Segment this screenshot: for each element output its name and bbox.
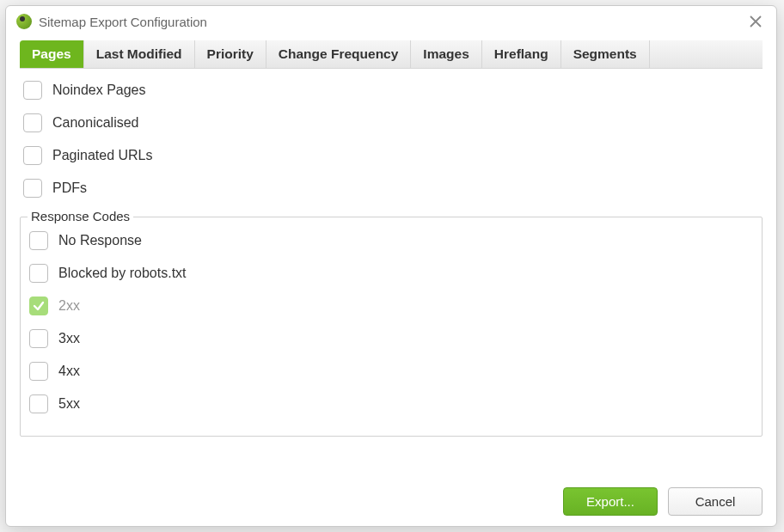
tabbar: PagesLast ModifiedPriorityChange Frequen…: [20, 40, 763, 69]
paginated-urls-checkbox[interactable]: [23, 146, 42, 165]
app-icon: [16, 14, 32, 29]
noindex-pages-row: Noindex Pages: [23, 81, 759, 100]
tab-hreflang[interactable]: Hreflang: [482, 40, 561, 68]
pdfs-label: PDFs: [52, 180, 87, 196]
tab-priority[interactable]: Priority: [195, 40, 266, 68]
tab-last-modified[interactable]: Last Modified: [84, 40, 195, 68]
canonicalised-label: Canonicalised: [52, 115, 139, 131]
pdfs-checkbox[interactable]: [23, 179, 42, 198]
sitemap-export-dialog: Sitemap Export Configuration PagesLast M…: [5, 5, 777, 527]
rc-3xx-row: 3xx: [29, 329, 753, 348]
rc-3xx-checkbox[interactable]: [29, 329, 48, 348]
rc-5xx-row: 5xx: [29, 394, 753, 413]
close-icon[interactable]: [745, 11, 766, 32]
rc-2xx-label: 2xx: [58, 298, 80, 314]
canonicalised-row: Canonicalised: [23, 113, 759, 132]
rc-4xx-label: 4xx: [58, 364, 80, 379]
titlebar: Sitemap Export Configuration: [6, 6, 776, 37]
cancel-button[interactable]: Cancel: [668, 487, 763, 516]
rc-no-response-label: No Response: [58, 233, 142, 248]
noindex-pages-checkbox[interactable]: [23, 81, 42, 100]
tab-pages[interactable]: Pages: [20, 40, 84, 68]
rc-4xx-checkbox[interactable]: [29, 362, 48, 381]
dialog-footer: Export... Cancel: [6, 477, 776, 526]
rc-5xx-label: 5xx: [58, 396, 80, 412]
paginated-urls-row: Paginated URLs: [23, 146, 759, 165]
rc-3xx-label: 3xx: [58, 331, 80, 346]
rc-no-response-row: No Response: [29, 231, 753, 250]
rc-5xx-checkbox[interactable]: [29, 394, 48, 413]
paginated-urls-label: Paginated URLs: [52, 148, 153, 163]
pages-options: Noindex PagesCanonicalisedPaginated URLs…: [20, 69, 763, 211]
rc-blocked-by-robots-txt-row: Blocked by robots.txt: [29, 264, 753, 283]
rc-2xx-checkbox: [29, 297, 48, 315]
response-codes-fieldset: Response Codes No ResponseBlocked by rob…: [20, 217, 763, 437]
canonicalised-checkbox[interactable]: [23, 113, 42, 132]
rc-4xx-row: 4xx: [29, 362, 753, 381]
response-codes-legend: Response Codes: [28, 209, 133, 223]
pdfs-row: PDFs: [23, 179, 759, 198]
tab-change-frequency[interactable]: Change Frequency: [266, 40, 412, 68]
noindex-pages-label: Noindex Pages: [52, 83, 146, 98]
tab-images[interactable]: Images: [411, 40, 481, 68]
export-button[interactable]: Export...: [563, 487, 658, 516]
tabbar-fill: [650, 40, 763, 68]
rc-blocked-by-robots-txt-label: Blocked by robots.txt: [58, 266, 187, 281]
rc-no-response-checkbox[interactable]: [29, 231, 48, 250]
rc-2xx-row: 2xx: [29, 297, 753, 315]
dialog-title: Sitemap Export Configuration: [39, 15, 207, 29]
rc-blocked-by-robots-txt-checkbox[interactable]: [29, 264, 48, 283]
tab-segments[interactable]: Segments: [561, 40, 650, 68]
